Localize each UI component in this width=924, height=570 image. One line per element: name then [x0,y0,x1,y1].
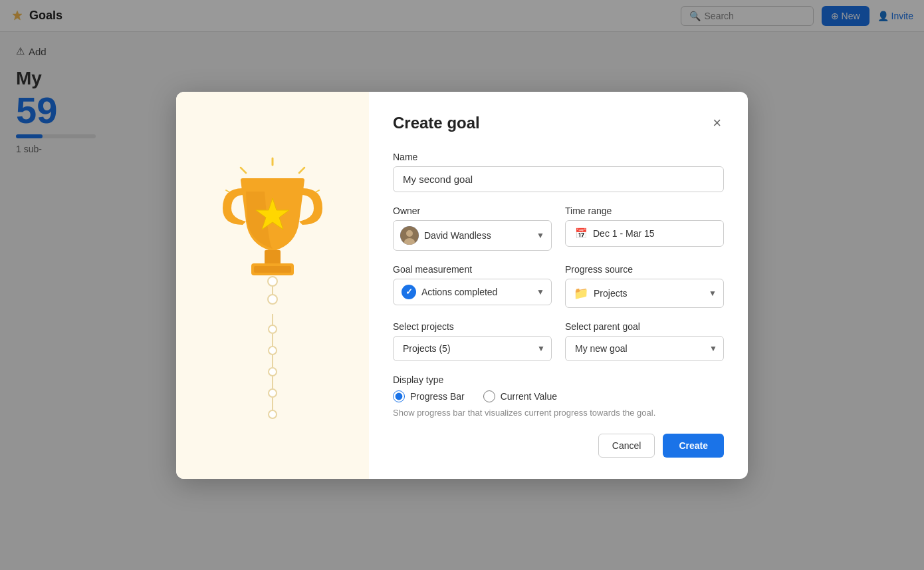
progress-source-label: Progress source [565,264,724,275]
cancel-button[interactable]: Cancel [598,434,655,458]
modal-footer: Cancel Create [393,434,724,458]
display-type-label: Display type [393,374,724,385]
dot-connector [272,314,273,325]
name-input[interactable] [393,166,724,192]
modal-illustration [176,92,369,479]
svg-point-13 [406,230,413,237]
folder-icon: 📁 [574,286,588,301]
goal-measurement-group: Goal measurement Actions completed ▼ [393,264,552,308]
svg-point-11 [268,295,277,304]
select-projects-label: Select projects [393,321,552,332]
select-parent-goal-dropdown[interactable]: My new goal [565,336,724,361]
date-range-text: Dec 1 - Mar 15 [593,228,655,239]
create-button[interactable]: Create [663,434,724,458]
dot-line-4 [272,398,273,410]
modal-title: Create goal [393,114,480,132]
owner-name: David Wandless [424,230,491,241]
select-parent-goal-wrapper: My new goal ▼ [565,336,724,361]
progress-source-select[interactable]: 📁 Projects ▼ [565,279,724,308]
owner-group: Owner David Wandless ▼ [393,206,552,251]
check-circle-icon [402,285,416,299]
create-goal-modal: Create goal × Name Owner [176,92,748,479]
trophy-svg [206,152,339,311]
select-projects-dropdown[interactable]: Projects (5) [393,336,552,361]
measurement-source-row: Goal measurement Actions completed ▼ Pro… [393,264,724,308]
owner-chevron-icon: ▼ [536,231,544,240]
goal-measurement-value: Actions completed [421,287,497,297]
select-projects-wrapper: Projects (5) ▼ [393,336,552,361]
svg-rect-8 [254,266,291,273]
modal-header: Create goal × [393,113,724,133]
progress-bar-label: Progress Bar [410,391,465,402]
dot-4 [268,388,277,398]
close-button[interactable]: × [710,113,724,133]
dot-line-2 [272,355,273,367]
progress-bar-radio-label[interactable]: Progress Bar [393,390,465,402]
time-range-picker[interactable]: 📅 Dec 1 - Mar 15 [565,220,724,247]
dot-5 [268,410,277,419]
name-label: Name [393,152,724,162]
owner-select[interactable]: David Wandless ▼ [393,220,552,251]
svg-point-9 [268,277,277,286]
owner-timerange-row: Owner David Wandless ▼ [393,206,724,251]
select-parent-goal-group: Select parent goal My new goal ▼ [565,321,724,361]
dot-line-3 [272,376,273,388]
select-projects-group: Select projects Projects (5) ▼ [393,321,552,361]
dots-chain [268,314,277,419]
current-value-label: Current Value [501,391,557,402]
svg-rect-6 [265,250,281,265]
goal-measurement-select[interactable]: Actions completed ▼ [393,279,552,305]
display-type-hint: Show progress bar that visualizes curren… [393,408,724,418]
svg-line-2 [299,168,304,173]
select-parent-goal-label: Select parent goal [565,321,724,332]
source-chevron-icon: ▼ [709,289,717,298]
measurement-chevron-icon: ▼ [536,287,544,297]
dot-3 [268,367,277,376]
display-type-section: Display type Progress Bar Current Value … [393,374,724,418]
owner-avatar [400,226,419,245]
display-type-radio-group: Progress Bar Current Value [393,390,724,402]
dot-1 [268,325,277,334]
trophy-container [206,152,339,419]
calendar-icon: 📅 [575,227,588,239]
dot-2 [268,346,277,355]
name-group: Name [393,152,724,192]
time-range-label: Time range [565,206,724,216]
current-value-radio-label[interactable]: Current Value [483,390,557,402]
current-value-radio[interactable] [483,390,495,402]
avatar-image [400,226,419,245]
modal-form: Create goal × Name Owner [369,92,748,479]
goal-measurement-label: Goal measurement [393,264,552,275]
owner-label: Owner [393,206,552,216]
progress-source-group: Progress source 📁 Projects ▼ [565,264,724,308]
modal-overlay: Create goal × Name Owner [0,0,924,570]
progress-source-value: Projects [594,288,628,299]
time-range-group: Time range 📅 Dec 1 - Mar 15 [565,206,724,251]
progress-bar-radio[interactable] [393,390,405,402]
dot-line-1 [272,334,273,346]
projects-parentgoal-row: Select projects Projects (5) ▼ Select pa… [393,321,724,361]
svg-line-1 [241,168,246,173]
